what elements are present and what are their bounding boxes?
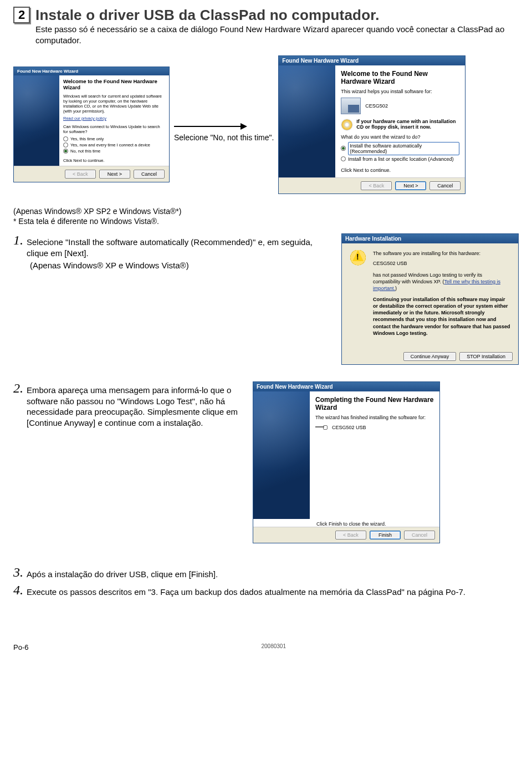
arrow-caption: Selecione "No, not this time".	[174, 133, 274, 143]
os-note-line1: (Apenas Windows® XP SP2 e Windows Vista®…	[13, 206, 519, 217]
dialog-sidebar-graphic	[279, 65, 335, 177]
radio-label: Install from a list or specific location…	[348, 156, 453, 162]
dialog-heading: Welcome to the Found New Hardware Wizard	[63, 78, 165, 90]
usb-icon	[315, 424, 328, 431]
radio-label: Yes, this time only	[70, 136, 104, 141]
dialog-heading: Completing the Found New Hardware Wizard	[315, 396, 434, 411]
cd-icon	[341, 119, 353, 131]
intro-paragraph: Este passo só é necessário se a caixa de…	[35, 24, 519, 47]
back-button: < Back	[65, 170, 96, 179]
radio-label: No, not this time	[70, 149, 100, 154]
hwi-device: CESG502 USB	[373, 260, 510, 267]
dialog-question: What do you want the wizard to do?	[341, 134, 459, 140]
dialog-question: Can Windows connect to Windows Update to…	[63, 124, 165, 134]
step-number-3: 3.	[13, 566, 23, 579]
step-2-text: Embora apareça uma mensagem para informá…	[27, 381, 246, 428]
finish-button[interactable]: Finish	[370, 531, 401, 539]
arrow-icon	[174, 123, 247, 130]
next-button[interactable]: Next >	[99, 170, 130, 179]
back-button: < Back	[335, 531, 366, 539]
dialog-text: This wizard helps you install software f…	[341, 89, 459, 94]
doc-code: 20080301	[261, 643, 286, 651]
continue-anyway-button[interactable]: Continue Anyway	[403, 352, 457, 361]
dialog-hint: Click Next to continue.	[341, 167, 459, 173]
step-1-subtext: (Apenas Windows® XP e Windows Vista®)	[30, 261, 335, 270]
step-number-2: 2.	[13, 381, 23, 395]
radio-yes-always[interactable]: Yes, now and every time I connect a devi…	[63, 142, 165, 147]
dialog-title: Found New Hardware Wizard	[253, 382, 439, 391]
device-icon	[341, 98, 361, 114]
step-badge: 2	[13, 7, 30, 23]
cancel-button[interactable]: Cancel	[429, 181, 461, 190]
back-button: < Back	[361, 181, 392, 190]
wizard-dialog-update-search: Found New Hardware Wizard Welcome to the…	[13, 67, 170, 182]
finish-text: The wizard has finished installing the s…	[315, 415, 434, 420]
dialog-title: Found New Hardware Wizard	[14, 67, 169, 75]
device-name: CESG502	[365, 103, 388, 109]
hardware-installation-dialog: Hardware Installation The software you a…	[341, 233, 519, 365]
radio-list[interactable]: Install from a list or specific location…	[341, 156, 459, 162]
page-number: Po-6	[13, 643, 28, 651]
warning-icon	[350, 250, 366, 267]
radio-label: Yes, now and every time I connect a devi…	[70, 142, 150, 147]
privacy-policy-link[interactable]: Read our privacy policy	[63, 116, 165, 121]
hwi-warning-paragraph: Continuing your installation of this sof…	[373, 296, 510, 337]
cd-hint: If your hardware came with an installati…	[356, 119, 459, 130]
stop-installation-button[interactable]: STOP Installation	[459, 352, 513, 361]
cancel-button: Cancel	[404, 531, 435, 539]
dialog-sidebar-graphic	[14, 75, 59, 166]
dialog-heading: Welcome to the Found New Hardware Wizard	[341, 70, 459, 85]
step-number-1: 1.	[13, 233, 23, 247]
radio-no[interactable]: No, not this time	[63, 149, 165, 154]
hwi-text-2b: )	[395, 286, 397, 291]
wizard-dialog-install-method: Found New Hardware Wizard Welcome to the…	[278, 55, 466, 194]
step-4-text: Execute os passos descritos em "3. Faça …	[27, 583, 466, 598]
radio-yes-once[interactable]: Yes, this time only	[63, 136, 165, 141]
os-note-line2: * Esta tela é diferente no Windows Vista…	[13, 216, 519, 227]
page-title: Instale o driver USB da ClassPad no comp…	[35, 7, 519, 24]
step-number-4: 4.	[13, 583, 23, 597]
cancel-button[interactable]: Cancel	[134, 170, 165, 179]
wizard-dialog-completing: Found New Hardware Wizard Completing the…	[253, 381, 440, 543]
dialog-text: Windows will search for current and upda…	[63, 94, 165, 114]
next-button[interactable]: Next >	[395, 181, 426, 190]
finish-hint: Click Finish to close the wizard.	[253, 519, 439, 527]
radio-auto[interactable]: Install the software automatically (Reco…	[341, 142, 459, 155]
dialog-hint: Click Next to continue.	[63, 158, 165, 163]
radio-label: Install the software automatically (Reco…	[348, 142, 459, 155]
dialog-sidebar-graphic	[253, 391, 310, 519]
step-1-text: Selecione "Install the software automati…	[27, 233, 335, 258]
dialog-title: Hardware Installation	[342, 234, 518, 243]
step-3-text: Após a instalação do driver USB, clique …	[27, 566, 218, 580]
hwi-text-1: The software you are installing for this…	[373, 250, 510, 257]
device-name: CESG502 USB	[332, 425, 366, 430]
dialog-title: Found New Hardware Wizard	[279, 56, 465, 65]
